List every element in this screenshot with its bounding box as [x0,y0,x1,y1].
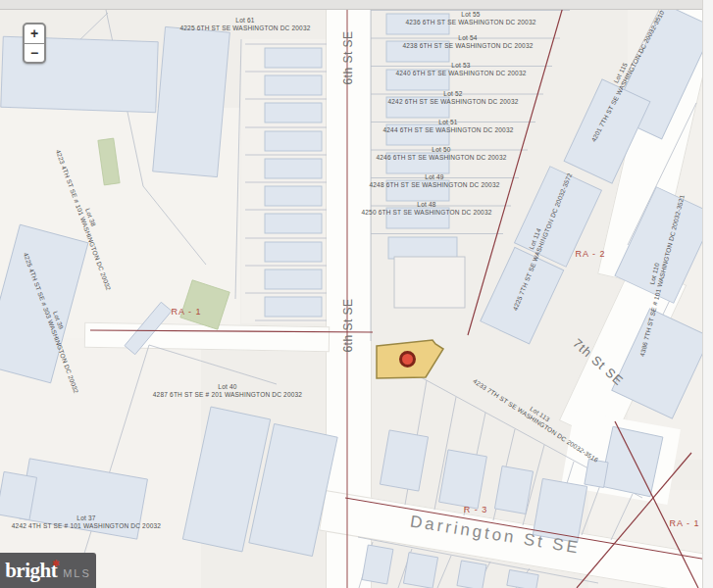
lot-label: Lot 514244 6TH ST SE WASHINGTON DC 20032 [345,119,551,135]
parcel-map: 6th St SE 6th St SE 7th St SE Darrington… [0,0,713,588]
street-label-6th-lower: 6th St SE [341,284,355,368]
zone-label-ra2: RA - 2 [561,249,620,259]
zone-label-ra1-left: RA - 1 [157,307,216,317]
right-border-strip [702,0,713,588]
lot-label: Lot 614225 6TH ST SE WASHINGTON DC 20032 [142,17,348,33]
logo-star-icon: ✱ [52,559,59,568]
location-marker[interactable] [401,353,415,367]
zoom-control: + − [23,23,46,64]
top-border-strip [0,0,713,10]
lot-label: Lot 524242 6TH ST SE WASHINGTON DC 20032 [350,90,556,107]
zone-label-r3: R - 3 [446,505,505,514]
brightmls-suffix: MLS [63,567,91,579]
brightmls-wordmark: bright✱ [5,559,57,583]
zoom-out-button[interactable]: − [25,44,44,63]
lot-label: Lot 504246 6TH ST SE WASHINGTON DC 20032 [338,146,544,163]
lot-label: Lot 484250 6TH ST SE WASHINGTON DC 20032 [324,201,530,218]
brightmls-logo: bright✱ MLS [0,553,96,588]
lot-label: Lot 534240 6TH ST SE WASHINGTON DC 20032 [358,62,564,78]
zoom-in-button[interactable]: + [25,24,44,44]
lot-label: Lot 554236 6TH ST SE WASHINGTON DC 20032 [368,11,574,27]
lot-label: Lot 374242 4TH ST SE # 101 WASHINGTON DC… [0,514,189,531]
lot-label: Lot 494248 6TH ST SE WASHINGTON DC 20032 [331,173,537,190]
lot-label: Lot 544238 6TH ST SE WASHINGTON DC 20032 [365,34,571,51]
lot-label: Lot 404287 6TH ST SE # 201 WASHINGTON DC… [125,383,331,400]
